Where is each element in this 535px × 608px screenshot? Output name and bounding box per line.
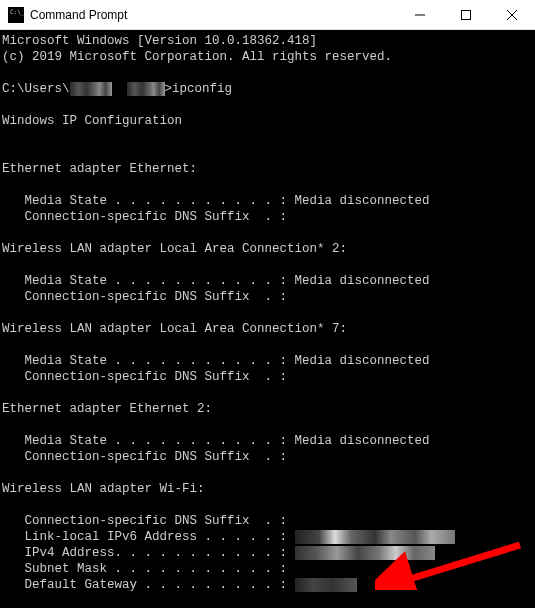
close-icon (507, 10, 517, 20)
adapter-line: Media State . . . . . . . . . . . : Medi… (2, 194, 430, 208)
adapter-line: Connection-specific DNS Suffix . : (2, 450, 287, 464)
adapter-heading: Wireless LAN adapter Local Area Connecti… (2, 322, 347, 336)
adapter-line: Connection-specific DNS Suffix . : (2, 290, 287, 304)
maximize-button[interactable] (443, 0, 489, 29)
wifi-dns-line: Connection-specific DNS Suffix . : (2, 514, 287, 528)
minimize-button[interactable] (397, 0, 443, 29)
adapter-line: Media State . . . . . . . . . . . : Medi… (2, 274, 430, 288)
adapter-heading: Ethernet adapter Ethernet: (2, 162, 197, 176)
adapter-line: Connection-specific DNS Suffix . : (2, 370, 287, 384)
prompt-prefix: C:\Users\ (2, 82, 70, 96)
cmd-icon (8, 7, 24, 23)
window-controls (397, 0, 535, 29)
redacted-user (70, 82, 112, 96)
adapter-heading: Wireless LAN adapter Wi-Fi: (2, 482, 205, 496)
wifi-subnet-label: Subnet Mask . . . . . . . . . . . : (2, 562, 295, 576)
redacted-path (127, 82, 165, 96)
svg-rect-1 (462, 10, 471, 19)
adapter-line: Media State . . . . . . . . . . . : Medi… (2, 434, 430, 448)
redacted-ipv6 (295, 530, 455, 544)
banner-line-2: (c) 2019 Microsoft Corporation. All righ… (2, 50, 392, 64)
wifi-ipv4-label: IPv4 Address. . . . . . . . . . . : (2, 546, 295, 560)
window-titlebar: Command Prompt (0, 0, 535, 30)
minimize-icon (415, 10, 425, 20)
ipconfig-header: Windows IP Configuration (2, 114, 182, 128)
redacted-gateway (295, 578, 357, 592)
maximize-icon (461, 10, 471, 20)
banner-line-1: Microsoft Windows [Version 10.0.18362.41… (2, 34, 317, 48)
adapter-line: Connection-specific DNS Suffix . : (2, 210, 287, 224)
wifi-gateway-label: Default Gateway . . . . . . . . . : (2, 578, 295, 592)
adapter-line: Media State . . . . . . . . . . . : Medi… (2, 354, 430, 368)
adapter-heading: Wireless LAN adapter Local Area Connecti… (2, 242, 347, 256)
prompt-command: >ipconfig (165, 82, 233, 96)
adapter-heading: Ethernet adapter Ethernet 2: (2, 402, 212, 416)
redacted-ipv4 (295, 546, 435, 560)
window-title: Command Prompt (30, 8, 397, 22)
terminal-output[interactable]: Microsoft Windows [Version 10.0.18362.41… (0, 30, 535, 608)
close-button[interactable] (489, 0, 535, 29)
wifi-ipv6-label: Link-local IPv6 Address . . . . . : (2, 530, 295, 544)
